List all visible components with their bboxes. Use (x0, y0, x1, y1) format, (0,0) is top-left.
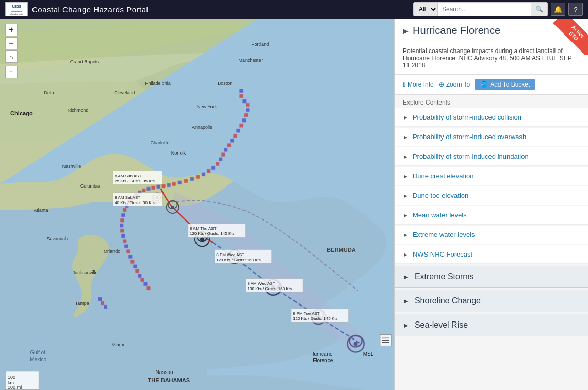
zoom-to-button[interactable]: ⊕ Zoom To (439, 81, 470, 88)
panel-expand-icon[interactable]: ▶ (403, 27, 409, 35)
svg-rect-48 (124, 244, 128, 248)
svg-rect-42 (121, 213, 125, 217)
notification-button[interactable]: 🔔 (551, 3, 565, 16)
svg-text:8 AM Wed AST: 8 AM Wed AST (248, 281, 275, 286)
svg-text:Nashville: Nashville (62, 164, 81, 169)
main-section-0: ► Extreme Storms (395, 266, 588, 288)
svg-rect-55 (140, 278, 144, 282)
svg-text:Mexico: Mexico (30, 357, 46, 362)
svg-text:BERMUDA: BERMUDA (326, 247, 355, 253)
svg-text:100: 100 (8, 375, 15, 380)
svg-rect-46 (121, 234, 125, 238)
svg-text:changing world: changing world (10, 13, 24, 15)
svg-rect-15 (233, 134, 237, 138)
svg-text:Manchester: Manchester (238, 58, 263, 63)
svg-text:130 Kts / Gusts: 160 Kts: 130 Kts / Gusts: 160 Kts (248, 286, 292, 291)
svg-text:Chicago: Chicago (10, 110, 33, 116)
explore-contents-label: Explore Contents (395, 95, 588, 108)
accordion-arrow-1: ► (403, 134, 409, 140)
svg-text:Atlanta: Atlanta (34, 208, 48, 213)
svg-text:Detroit: Detroit (44, 90, 58, 95)
svg-text:Norfolk: Norfolk (171, 150, 186, 156)
main-section-header-0[interactable]: ► Extreme Storms (395, 266, 588, 288)
main-section-header-1[interactable]: ► Shoreline Change (395, 290, 588, 312)
svg-text:25 Kts / Gusts: 35 Kts: 25 Kts / Gusts: 35 Kts (115, 179, 155, 183)
svg-rect-6 (239, 89, 243, 93)
layers-button[interactable]: ≡ (5, 66, 18, 78)
svg-rect-32 (157, 185, 160, 189)
active-banner: Active STO (552, 19, 588, 55)
accordion-header-1[interactable]: ► Probability of storm-induced overwash (395, 128, 588, 146)
panel-title: Hurricane Florence (413, 25, 500, 37)
svg-rect-31 (162, 184, 166, 188)
main-section-arrow-0: ► (403, 273, 410, 281)
svg-rect-29 (172, 182, 176, 186)
svg-rect-21 (216, 162, 219, 166)
home-button[interactable]: ⌂ (5, 50, 18, 63)
search-input[interactable] (438, 3, 531, 16)
accordion-header-3[interactable]: ► Dune crest elevation (395, 167, 588, 185)
accordion-header-2[interactable]: ► Probability of storm-induced inundatio… (395, 147, 588, 166)
svg-rect-7 (239, 94, 243, 98)
svg-text:Savannah: Savannah (46, 236, 68, 241)
svg-text:Florence: Florence (313, 358, 333, 363)
svg-point-64 (171, 206, 174, 209)
svg-rect-24 (202, 173, 205, 176)
svg-rect-56 (143, 282, 147, 286)
main-section-arrow-1: ► (403, 297, 410, 305)
svg-rect-54 (138, 274, 141, 278)
more-info-button[interactable]: ℹ More Info (403, 81, 434, 88)
accordion-item-6: ► Extreme water levels (395, 226, 588, 244)
accordion-item-7: ► NWS NHC Forecast (395, 245, 588, 264)
svg-text:Cleveland: Cleveland (114, 90, 135, 95)
svg-text:MSL: MSL (363, 351, 374, 357)
help-button[interactable]: ? (568, 3, 583, 16)
accordion-header-6[interactable]: ► Extreme water levels (395, 226, 588, 244)
svg-text:Portland: Portland (252, 42, 269, 47)
accordion-title-4: Dune toe elevation (413, 192, 468, 199)
svg-rect-11 (244, 113, 248, 117)
svg-rect-16 (230, 139, 234, 142)
add-to-bucket-button[interactable]: 🪣 Add To Bucket (475, 79, 535, 90)
accordion-header-5[interactable]: ► Mean water levels (395, 206, 588, 225)
map-controls: + − ⌂ ≡ (5, 24, 18, 78)
svg-text:Richmond: Richmond (68, 108, 89, 113)
main-section-header-2[interactable]: ► Sea-level Rise (395, 314, 588, 336)
svg-text:8 AM Sun AST: 8 AM Sun AST (115, 174, 141, 178)
svg-text:8 AM Sat AST: 8 AM Sat AST (115, 195, 140, 200)
accordion-arrow-0: ► (403, 114, 409, 121)
accordion-header-4[interactable]: ► Dune toe elevation (395, 186, 588, 205)
svg-rect-17 (227, 143, 231, 147)
svg-text:Philadelphia: Philadelphia (145, 81, 171, 86)
accordion-item-3: ► Dune crest elevation (395, 167, 588, 185)
accordion-header-0[interactable]: ► Probability of storm-induced collision (395, 108, 588, 127)
accordion-title-5: Mean water levels (413, 211, 467, 219)
site-title: Coastal Change Hazards Portal (32, 5, 148, 14)
main-section-title-1: Shoreline Change (415, 296, 481, 306)
zoom-out-button[interactable]: − (5, 37, 18, 49)
svg-rect-13 (239, 124, 243, 127)
svg-text:Boston: Boston (218, 81, 232, 86)
search-scope-dropdown[interactable]: All (414, 3, 438, 16)
svg-rect-44 (120, 224, 123, 227)
svg-text:Charlotte: Charlotte (151, 140, 170, 145)
main-section-1: ► Shoreline Change (395, 290, 588, 312)
svg-rect-20 (219, 158, 222, 161)
accordion-header-7[interactable]: ► NWS NHC Forecast (395, 245, 588, 264)
accordion-item-2: ► Probability of storm-induced inundatio… (395, 147, 588, 166)
logo-area: USGS science for a changing world Coasta… (5, 2, 148, 16)
svg-rect-59 (101, 301, 104, 305)
svg-text:Columbia: Columbia (80, 183, 101, 189)
svg-rect-10 (246, 108, 249, 112)
svg-rect-49 (126, 249, 130, 253)
svg-rect-53 (135, 269, 139, 273)
accordion-arrow-5: ► (403, 212, 409, 218)
accordion-arrow-2: ► (403, 154, 409, 160)
bucket-icon: 🪣 (480, 81, 488, 88)
search-button[interactable]: 🔍 (531, 3, 547, 16)
svg-text:8 PM Tue AST: 8 PM Tue AST (293, 311, 320, 316)
panel-actions: ℹ More Info ⊕ Zoom To 🪣 Add To Bucket (395, 75, 588, 95)
right-panel: Active STO ▶ Hurricane Florence Potentia… (394, 19, 588, 390)
zoom-in-button[interactable]: + (5, 24, 18, 36)
svg-rect-60 (104, 305, 107, 309)
